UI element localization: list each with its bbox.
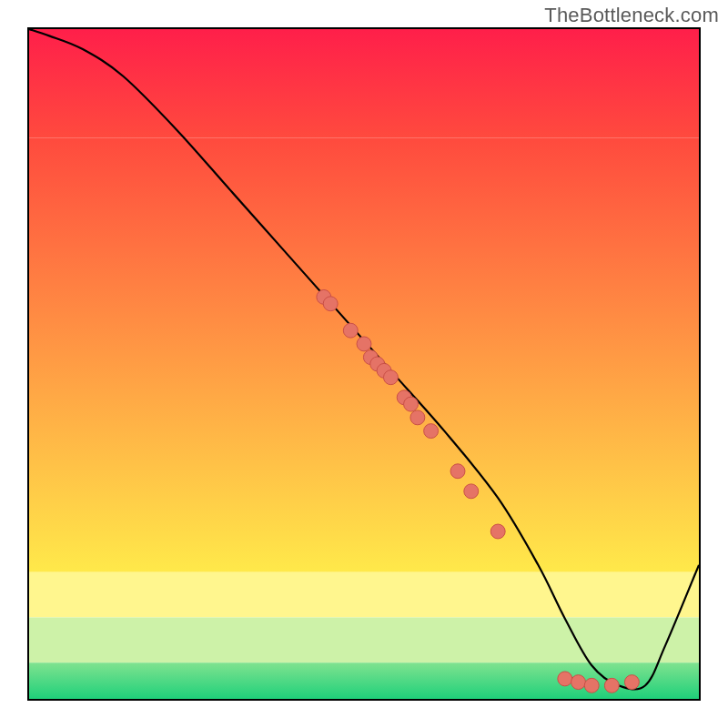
data-point xyxy=(571,675,586,690)
watermark-text: TheBottleneck.com xyxy=(544,4,719,27)
plot-area xyxy=(27,27,701,701)
foreground-layer xyxy=(29,29,699,699)
data-point xyxy=(584,678,599,693)
data-point xyxy=(410,410,425,425)
data-point xyxy=(383,370,398,385)
data-point xyxy=(343,323,358,338)
data-point xyxy=(490,524,505,539)
data-point xyxy=(404,397,419,411)
data-point xyxy=(604,678,619,693)
chart-stage: TheBottleneck.com xyxy=(0,0,728,728)
data-point xyxy=(464,484,479,499)
data-point xyxy=(450,464,465,479)
data-points xyxy=(317,289,639,693)
data-point xyxy=(558,672,572,686)
data-point xyxy=(357,337,371,351)
data-point xyxy=(424,424,439,439)
data-point xyxy=(323,297,338,311)
data-point xyxy=(624,675,639,690)
